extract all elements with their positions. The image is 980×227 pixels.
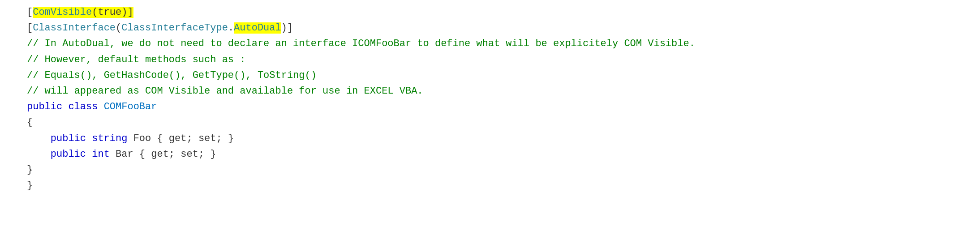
code-line-2: [ClassInterface(ClassInterfaceType.AutoD… <box>0 20 971 36</box>
code-block: [ComVisible(true)] [ClassInterface(Class… <box>0 0 980 227</box>
attribute-bracket-close: ] <box>127 7 133 18</box>
line-content-7: public class COMFooBar <box>27 99 971 115</box>
keyword-class: class <box>68 101 98 112</box>
code-line-9: public string Foo { get; set; } <box>0 131 971 146</box>
attribute-comvisible-value: (true) <box>92 7 127 18</box>
keyword-public-10: public <box>51 149 86 160</box>
attribute-autodual: AutoDual <box>234 22 281 34</box>
line-content-12: } <box>27 178 971 193</box>
comment-line-3: // In AutoDual, we do not need to declar… <box>27 36 971 51</box>
class-name-comfoobar: COMFooBar <box>104 101 157 112</box>
code-line-4: // However, default methods such as : <box>0 52 971 68</box>
code-line-8: { <box>0 115 971 130</box>
code-line-10: public int Bar { get; set; } <box>0 146 971 162</box>
line-content-10: public int Bar { get; set; } <box>27 146 971 162</box>
line-content-8: { <box>27 115 971 130</box>
comment-line-6: // will appeared as COM Visible and avai… <box>27 83 971 99</box>
line-content-9: public string Foo { get; set; } <box>27 131 971 146</box>
code-line-11: } <box>0 162 971 178</box>
code-line-6: // will appeared as COM Visible and avai… <box>0 83 971 99</box>
attribute-classinterface: ClassInterface <box>33 22 116 34</box>
code-line-3: // In AutoDual, we do not need to declar… <box>0 36 971 51</box>
code-line-1: [ComVisible(true)] <box>0 4 971 20</box>
line-content-2: [ClassInterface(ClassInterfaceType.AutoD… <box>27 20 971 36</box>
keyword-public-9: public <box>51 133 86 144</box>
comment-line-5: // Equals(), GetHashCode(), GetType(), T… <box>27 68 971 83</box>
keyword-int: int <box>92 149 110 160</box>
line-content-11: } <box>27 162 971 178</box>
line-content-1: [ComVisible(true)] <box>27 4 971 20</box>
code-line-7: public class COMFooBar <box>0 99 971 115</box>
comment-line-4: // However, default methods such as : <box>27 52 971 68</box>
attribute-comvisible: ComVisible <box>33 7 92 18</box>
keyword-string: string <box>92 133 127 144</box>
keyword-public-7: public <box>27 101 62 112</box>
code-line-5: // Equals(), GetHashCode(), GetType(), T… <box>0 68 971 83</box>
code-line-12: } <box>0 178 971 193</box>
attribute-classinterfacetype: ClassInterfaceType <box>121 22 228 34</box>
